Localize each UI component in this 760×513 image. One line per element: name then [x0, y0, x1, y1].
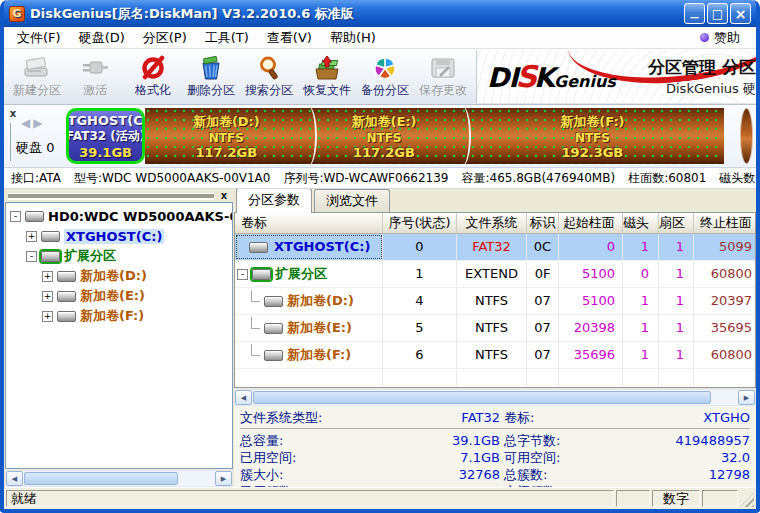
scroll-right-icon[interactable]: ▶ [215, 471, 232, 486]
toolbar-button-label: 删除分区 [187, 82, 235, 99]
tree-branch-line [251, 317, 260, 329]
details-label: 可用空间: [500, 449, 640, 466]
row-expander-icon[interactable]: - [237, 269, 248, 280]
menu-item[interactable]: 文件(F) [8, 27, 70, 49]
resize-grip-icon[interactable] [740, 493, 754, 507]
scroll-thumb[interactable] [253, 391, 711, 404]
scroll-left-icon[interactable]: ◀ [6, 471, 23, 486]
activate-icon [80, 54, 110, 81]
tab-browse-files[interactable]: 浏览文件 [314, 189, 390, 212]
table-cell: 1 [659, 288, 694, 314]
details-value: 39.1GB [388, 432, 500, 449]
toolbar-button-new-partition: 新建分区 [8, 50, 66, 103]
column-header[interactable]: 起始柱面 [559, 213, 623, 233]
menu-item[interactable]: 硬盘(D) [70, 27, 134, 49]
tree-item[interactable]: -扩展分区 [6, 246, 232, 266]
column-header[interactable]: 标识 [527, 213, 559, 233]
disk-partition[interactable]: 新加卷(E:)NTFS117.2GB [307, 108, 460, 164]
scroll-left-icon[interactable]: ◀ [235, 390, 252, 405]
table-row[interactable]: 新加卷(E:)5NTFS07203981135695 [235, 315, 756, 342]
column-header[interactable]: 序号(状态) [383, 213, 457, 233]
partition-table: 卷标序号(状态)文件系统标识起始柱面磁头扇区终止柱面 XTGHOST(C:)0F… [234, 212, 756, 388]
table-row[interactable]: XTGHOST(C:)0FAT320C0115099 [235, 234, 756, 261]
tree-expander-icon[interactable]: + [42, 311, 53, 322]
disk-panel-grip[interactable] [8, 123, 11, 161]
tree-item[interactable]: +新加卷(F:) [6, 306, 232, 326]
tree-expander-icon[interactable]: - [26, 251, 37, 262]
sponsor-link[interactable]: 赞助 [700, 29, 752, 47]
tree-panel-grip[interactable]: x [5, 189, 233, 202]
tree-item[interactable]: -HD0:WDC WD5000AAKS-00V1A0 [6, 206, 232, 226]
menu-item[interactable]: 查看(V) [258, 27, 321, 49]
disk-partition[interactable]: 新加卷(D:)NTFS117.2GB [145, 108, 307, 164]
backup-partition-icon [370, 54, 400, 81]
tab-partition-params[interactable]: 分区参数 [236, 189, 312, 213]
table-body: XTGHOST(C:)0FAT320C0115099-扩展分区1EXTEND0F… [235, 234, 756, 388]
tree-panel: x -HD0:WDC WD5000AAKS-00V1A0+XTGHOST(C:)… [4, 189, 234, 487]
details-row: 总容量:39.1GB总字节数:419488957 [240, 432, 750, 449]
partition-blocks: XTGHOST(C:)FAT32 (活动)39.1GB新加卷(D:)NTFS11… [66, 108, 744, 164]
disk-partition[interactable]: XTGHOST(C:)FAT32 (活动)39.1GB [66, 108, 145, 164]
toolbar-button-delete-partition[interactable]: 删除分区 [182, 50, 240, 103]
toolbar-button-search-partition[interactable]: 搜索分区 [240, 50, 298, 103]
table-cell: 1 [659, 315, 694, 341]
toolbar-button-recover-files[interactable]: 恢复文件 [298, 50, 356, 103]
disk-partition[interactable]: 新加卷(F:)NTFS192.3GB [461, 108, 725, 164]
column-header[interactable]: 扇区 [659, 213, 694, 233]
table-row[interactable]: 新加卷(D:)4NTFS0751001120397 [235, 288, 756, 315]
tree-panel-close-icon[interactable]: x [218, 191, 230, 201]
menu-item[interactable]: 帮助(H) [321, 27, 385, 49]
tree-item[interactable]: +新加卷(D:) [6, 266, 232, 286]
disk-icon [57, 311, 76, 322]
details-row: 已用空间:7.1GB可用空间:32.0 [240, 449, 750, 466]
menu-item[interactable]: 分区(P) [134, 27, 196, 49]
table-horizontal-scrollbar[interactable]: ◀ ▶ [234, 389, 756, 406]
scroll-thumb[interactable] [24, 472, 178, 485]
volume-name: XTGHOST(C:) [272, 234, 372, 260]
table-cell [659, 369, 694, 388]
tree-expander-icon[interactable]: - [10, 211, 21, 222]
toolbar-button-label: 搜索分区 [245, 82, 293, 99]
table-cell [559, 369, 623, 388]
tree-item[interactable]: +XTGHOST(C:) [6, 226, 232, 246]
table-row[interactable]: 新加卷(F:)6NTFS07356961160800 [235, 342, 756, 369]
disk-info-line: 接口:ATA型号:WDC WD5000AAKS-00V1A0序列号:WD-WCA… [4, 168, 756, 189]
tree-horizontal-scrollbar[interactable]: ◀ ▶ [5, 470, 233, 487]
partition-filesystem: NTFS [575, 131, 610, 145]
status-ready-text: 就绪 [6, 490, 614, 507]
table-cell: 1 [623, 234, 659, 260]
column-header[interactable]: 文件系统 [457, 213, 527, 233]
right-panel: 分区参数 浏览文件 卷标序号(状态)文件系统标识起始柱面磁头扇区终止柱面 XTG… [234, 189, 756, 487]
table-cell: 35696 [559, 342, 623, 368]
diskgenius-window: DiskGenius[原名:DiskMan] V3.2.2010.6 标准版 文… [0, 0, 760, 513]
toolbar-button-backup-partition[interactable]: 备份分区 [356, 50, 414, 103]
column-header[interactable]: 卷标 [235, 213, 383, 233]
tree-expander-icon[interactable]: + [42, 271, 53, 282]
table-cell: 0 [623, 261, 659, 287]
details-value: XTGHO [640, 409, 750, 426]
column-header[interactable]: 磁头 [623, 213, 659, 233]
details-label: 已用簇数: [240, 483, 388, 487]
disk-nav-arrows[interactable]: ◀▶ [21, 116, 45, 130]
table-row[interactable]: -扩展分区1EXTEND0F51000160800 [235, 261, 756, 288]
close-button-icon[interactable] [730, 3, 751, 24]
details-value: 12798 [640, 466, 750, 483]
disk-icon [25, 211, 44, 222]
volume-label-cell: 新加卷(E:) [235, 315, 383, 341]
toolbar-button-format[interactable]: 格式化 [124, 50, 182, 103]
scroll-right-icon[interactable]: ▶ [738, 390, 755, 405]
column-header[interactable]: 终止柱面 [694, 213, 756, 233]
tree-item-label: HD0:WDC WD5000AAKS-00V1A0 [48, 209, 233, 224]
disk-panel-close-icon[interactable]: x [7, 108, 19, 120]
menu-item[interactable]: 工具(T) [196, 27, 258, 49]
maximize-button-icon[interactable] [707, 3, 728, 24]
app-icon [9, 6, 25, 22]
tree-item[interactable]: +新加卷(E:) [6, 286, 232, 306]
tree-expander-icon[interactable]: + [42, 291, 53, 302]
title-bar[interactable]: DiskGenius[原名:DiskMan] V3.2.2010.6 标准版 [4, 0, 756, 27]
tree-expander-icon[interactable]: + [26, 231, 37, 242]
disk-info-item: 序列号:WD-WCAWF0662139 [283, 170, 448, 187]
grip-lines[interactable] [8, 193, 214, 198]
minimize-button-icon[interactable] [684, 3, 705, 24]
details-label: 总字节数: [500, 432, 640, 449]
